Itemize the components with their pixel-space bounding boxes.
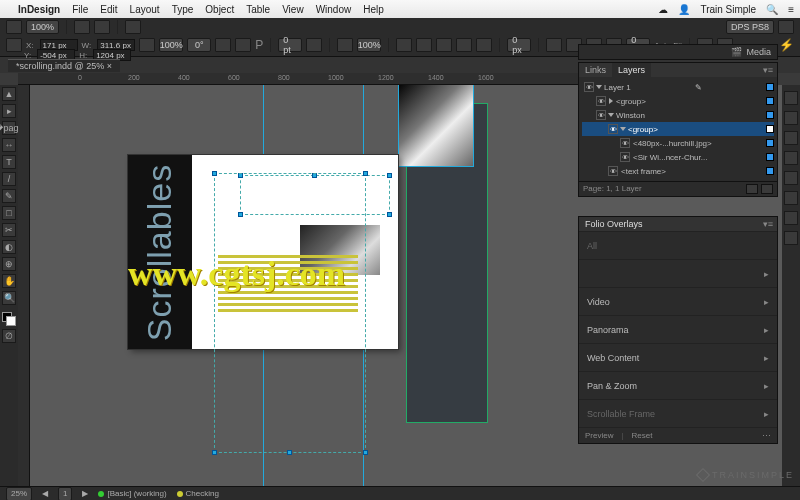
ruler-vertical[interactable] xyxy=(18,85,30,487)
list-icon[interactable]: ≡ xyxy=(788,4,794,15)
dock-color-icon[interactable] xyxy=(784,191,798,205)
target-icon[interactable] xyxy=(766,167,774,175)
menu-file[interactable]: File xyxy=(72,4,88,15)
page-tool[interactable]: �page xyxy=(2,121,16,135)
menu-edit[interactable]: Edit xyxy=(100,4,117,15)
dock-cc-libraries-icon[interactable] xyxy=(784,91,798,105)
target-icon[interactable] xyxy=(766,139,774,147)
stroke-weight[interactable]: 0 pt xyxy=(278,38,302,52)
overlay-panorama[interactable]: Panorama▸ xyxy=(579,315,777,343)
target-icon[interactable] xyxy=(766,83,774,91)
folio-overlays-tab[interactable]: Folio Overlays xyxy=(579,217,649,231)
page-status[interactable]: 1 xyxy=(58,487,72,501)
scissors-tool[interactable]: ✂ xyxy=(2,223,16,237)
layer-row-selected[interactable]: 👁<group> xyxy=(582,122,774,136)
layer-row[interactable]: 👁Winston xyxy=(582,108,774,122)
scale-x[interactable]: 100% xyxy=(159,38,183,52)
hand-tool[interactable]: ✋ xyxy=(2,274,16,288)
gradient-tool[interactable]: ◐ xyxy=(2,240,16,254)
textwrap-1-icon[interactable] xyxy=(396,38,412,52)
zoom-status[interactable]: 25% xyxy=(6,487,32,501)
cloud-icon[interactable]: ☁︎ xyxy=(658,4,668,15)
layer-row[interactable]: 👁<Sir Wi...ncer-Chur... xyxy=(582,150,774,164)
app-menu[interactable]: InDesign xyxy=(18,4,60,15)
new-layer-icon[interactable] xyxy=(746,184,758,194)
disclosure-icon[interactable] xyxy=(596,85,602,89)
ruler-horizontal[interactable]: 0 200 400 600 800 1000 1200 1400 1600 xyxy=(18,73,590,85)
delete-layer-icon[interactable] xyxy=(761,184,773,194)
layer-row[interactable]: 👁<480px-...hurchill.jpg> xyxy=(582,136,774,150)
screen-mode-icon[interactable] xyxy=(94,20,110,34)
target-icon[interactable] xyxy=(766,97,774,105)
opacity[interactable]: 100% xyxy=(357,38,381,52)
rectangle-tool[interactable]: □ xyxy=(2,206,16,220)
flip-h-icon[interactable] xyxy=(235,38,251,52)
menu-help[interactable]: Help xyxy=(363,4,384,15)
search-app-icon[interactable] xyxy=(778,20,794,34)
dock-links-icon[interactable] xyxy=(784,151,798,165)
textwrap-3-icon[interactable] xyxy=(436,38,452,52)
preflight-checking[interactable]: Checking xyxy=(177,489,219,498)
pen-tool[interactable]: ✎ xyxy=(2,189,16,203)
dock-overlays-icon[interactable] xyxy=(784,231,798,245)
preflight-basic[interactable]: [Basic] (working) xyxy=(98,489,166,498)
bridge-icon[interactable] xyxy=(6,20,22,34)
workspace-switcher[interactable]: DPS PS8 xyxy=(726,20,774,34)
selection-tool[interactable]: ▲ xyxy=(2,87,16,101)
layers-tab[interactable]: Layers xyxy=(612,63,651,77)
layer-row[interactable]: 👁<text frame> xyxy=(582,164,774,178)
search-icon[interactable]: 🔍 xyxy=(766,4,778,15)
dock-stroke-icon[interactable] xyxy=(784,171,798,185)
links-tab[interactable]: Links xyxy=(579,63,612,77)
overlay-video[interactable]: Video▸ xyxy=(579,287,777,315)
line-tool[interactable]: / xyxy=(2,172,16,186)
menu-layout[interactable]: Layout xyxy=(130,4,160,15)
type-tool[interactable]: T xyxy=(2,155,16,169)
disclosure-icon[interactable] xyxy=(620,127,626,131)
panel-menu-icon[interactable]: ▾≡ xyxy=(759,217,777,231)
dock-layers-icon[interactable] xyxy=(784,131,798,145)
document-tab[interactable]: *scrolling.indd @ 25% × xyxy=(8,59,120,72)
menu-view[interactable]: View xyxy=(282,4,304,15)
panel-more-icon[interactable]: ⋯ xyxy=(762,431,771,441)
dock-pages-icon[interactable] xyxy=(784,111,798,125)
target-icon[interactable] xyxy=(766,153,774,161)
textwrap-5-icon[interactable] xyxy=(476,38,492,52)
fill-stroke-swatch[interactable] xyxy=(2,312,16,326)
disclosure-icon[interactable] xyxy=(609,98,613,104)
menu-window[interactable]: Window xyxy=(316,4,352,15)
zoom-tool[interactable]: 🔍 xyxy=(2,291,16,305)
stroke-style-icon[interactable] xyxy=(306,38,322,52)
overlay-hyperlink[interactable]: ▸ xyxy=(579,259,777,287)
fit-content-icon[interactable] xyxy=(546,38,562,52)
visibility-icon[interactable]: 👁 xyxy=(620,138,630,148)
arrange-icon[interactable] xyxy=(125,20,141,34)
fx-icon[interactable] xyxy=(337,38,353,52)
menu-object[interactable]: Object xyxy=(205,4,234,15)
textwrap-4-icon[interactable] xyxy=(456,38,472,52)
visibility-icon[interactable]: 👁 xyxy=(608,124,618,134)
overlay-web-content[interactable]: Web Content▸ xyxy=(579,343,777,371)
visibility-icon[interactable]: 👁 xyxy=(596,96,606,106)
rotate-ccw-icon[interactable] xyxy=(215,38,231,52)
gap-tool[interactable]: ↔ xyxy=(2,138,16,152)
rotate-field[interactable]: 0° xyxy=(187,38,211,52)
textwrap-2-icon[interactable] xyxy=(416,38,432,52)
reset-button[interactable]: Reset xyxy=(632,431,653,440)
user-icon[interactable]: 👤 xyxy=(678,4,690,15)
overlay-scrollable-frame[interactable]: Scrollable Frame▸ xyxy=(579,399,777,427)
panel-menu-icon[interactable]: ▾≡ xyxy=(759,63,777,77)
note-tool[interactable]: ⊕ xyxy=(2,257,16,271)
refpoint-icon[interactable] xyxy=(6,38,22,52)
apply-none-icon[interactable]: ∅ xyxy=(2,329,16,343)
preview-button[interactable]: Preview xyxy=(585,431,613,440)
placed-image-churchill[interactable] xyxy=(398,85,474,167)
visibility-icon[interactable]: 👁 xyxy=(584,82,594,92)
direct-selection-tool[interactable]: ▸ xyxy=(2,104,16,118)
dock-swatches-icon[interactable] xyxy=(784,211,798,225)
disclosure-icon[interactable] xyxy=(608,113,614,117)
visibility-icon[interactable]: 👁 xyxy=(608,166,618,176)
media-panel-tab[interactable]: 🎬 Media xyxy=(578,44,778,60)
group-selection[interactable] xyxy=(214,173,366,453)
zoom-combo[interactable]: 100% xyxy=(26,20,59,34)
